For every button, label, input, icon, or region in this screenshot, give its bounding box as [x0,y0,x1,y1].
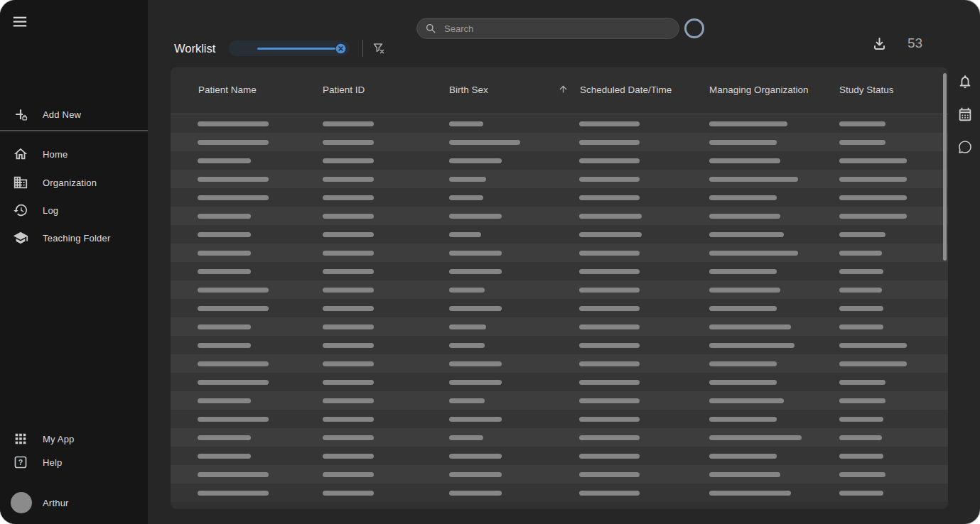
table-row[interactable] [171,244,948,262]
search-input[interactable] [416,18,679,39]
skeleton-cell [198,158,251,163]
filter-chip[interactable] [229,40,350,56]
skeleton-cell [449,288,485,293]
table-row[interactable] [171,207,948,225]
table-row[interactable] [171,410,948,428]
skeleton-cell [709,158,780,163]
sidebar-item-organization[interactable]: Organization [0,170,148,195]
sidebar-user[interactable]: Arthur [0,490,148,515]
sidebar-item-add-new[interactable]: Add New [0,102,148,127]
apps-grid-icon [13,431,28,447]
table-row[interactable] [171,225,948,244]
skeleton-cell [449,251,502,256]
skeleton-cell [579,195,640,200]
skeleton-cell [709,195,777,200]
skeleton-cell [198,251,251,256]
app-window: Add New Home Organization Log Teac [0,0,980,524]
skeleton-cell [839,251,882,256]
sidebar-item-label: Log [43,205,58,216]
column-header-patient-name[interactable]: Patient Name [198,84,257,95]
table-row[interactable] [171,114,948,133]
skeleton-cell [323,214,374,219]
hamburger-menu-icon[interactable] [11,14,28,30]
skeleton-cell [579,232,642,237]
sidebar-item-help[interactable]: ? Help [0,449,148,475]
table-row[interactable] [171,280,948,299]
chip-skeleton-line [257,48,335,50]
sidebar-item-log[interactable]: Log [0,197,148,223]
chat-icon[interactable] [957,139,973,155]
column-header-managing-organization[interactable]: Managing Organization [709,84,809,95]
table-row[interactable] [171,133,948,151]
skeleton-cell [709,251,798,256]
loading-ring-icon[interactable] [684,18,704,38]
skeleton-cell [198,269,251,274]
skeleton-cell [198,177,269,182]
table-row[interactable] [171,484,948,502]
sidebar-item-teaching-folder[interactable]: Teaching Folder [0,225,148,251]
skeleton-cell [709,214,780,219]
skeleton-cell [323,306,374,311]
table-row[interactable] [171,391,948,410]
skeleton-cell [198,195,269,200]
skeleton-cell [579,454,640,459]
column-header-scheduled-datetime[interactable]: Scheduled Date/Time [580,84,672,95]
skeleton-cell [323,343,374,348]
sidebar-item-label: My App [43,434,75,444]
skeleton-cell [449,306,502,311]
table-row[interactable] [171,151,948,170]
skeleton-cell [449,140,520,145]
sidebar-divider [0,130,148,131]
skeleton-cell [709,472,780,477]
table-row[interactable] [171,299,948,317]
skeleton-cell [323,324,374,329]
close-circle-icon[interactable] [335,43,346,54]
column-header-study-status[interactable]: Study Status [839,84,894,95]
table-row[interactable] [171,373,948,391]
skeleton-cell [449,417,502,422]
skeleton-cell [839,491,883,496]
column-header-birth-sex[interactable]: Birth Sex [449,84,488,95]
skeleton-cell [198,417,269,422]
skeleton-cell [709,177,798,182]
skeleton-cell [579,158,640,163]
skeleton-cell [579,361,640,366]
skeleton-cell [449,361,502,366]
table-row[interactable] [171,336,948,354]
skeleton-cell [709,491,791,496]
table-row[interactable] [171,170,948,188]
table-row[interactable] [171,447,948,465]
calendar-icon[interactable] [957,107,973,122]
sidebar-item-my-app[interactable]: My App [0,426,148,452]
skeleton-cell [449,214,502,219]
worklist-table: Patient Name Patient ID Birth Sex Schedu… [171,67,948,509]
table-row[interactable] [171,354,948,373]
column-header-patient-id[interactable]: Patient ID [323,84,365,95]
table-row[interactable] [171,317,948,336]
toolbar-divider [362,40,363,57]
home-icon [13,146,28,162]
skeleton-cell [198,121,269,126]
table-row[interactable] [171,262,948,280]
skeleton-cell [449,269,502,274]
bell-icon[interactable] [957,74,973,89]
download-icon[interactable] [872,36,887,51]
skeleton-cell [323,472,374,477]
table-row[interactable] [171,465,948,484]
skeleton-cell [839,121,885,126]
scrollbar-thumb[interactable] [943,73,947,261]
sidebar-item-home[interactable]: Home [0,141,148,167]
skeleton-cell [449,343,485,348]
skeleton-cell [579,380,640,385]
filter-remove-icon[interactable] [372,42,385,55]
svg-text:?: ? [18,458,23,466]
skeleton-cell [323,288,374,293]
skeleton-cell [579,398,640,403]
skeleton-cell [323,140,374,145]
table-row[interactable] [171,428,948,447]
skeleton-cell [839,435,882,440]
sidebar-item-label: Add New [43,109,81,120]
table-row[interactable] [171,188,948,207]
skeleton-cell [709,343,795,348]
skeleton-cell [323,232,374,237]
